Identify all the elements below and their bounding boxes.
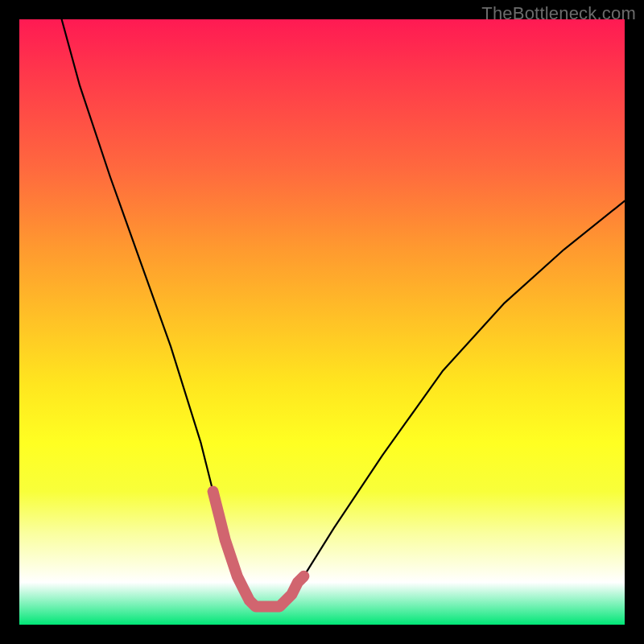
bottleneck-curve	[62, 19, 625, 606]
plot-area	[19, 19, 625, 625]
highlight-band	[213, 492, 304, 607]
curve-layer	[19, 19, 625, 625]
chart-stage: TheBottleneck.com	[0, 0, 644, 644]
